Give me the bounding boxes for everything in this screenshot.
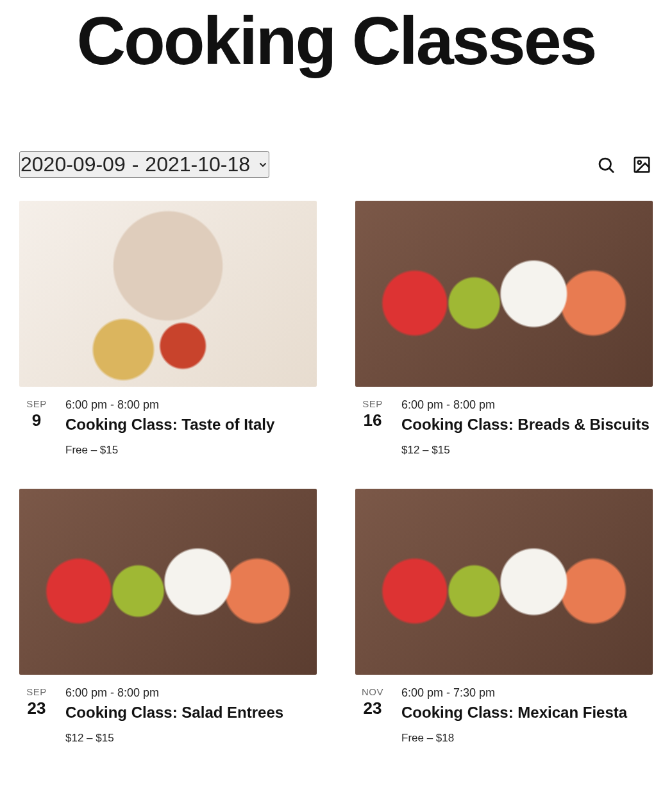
event-day: 16 [355,410,390,430]
event-time: 6:00 pm - 7:30 pm [401,686,653,700]
event-price: $12 – $15 [65,732,317,745]
event-month: SEP [355,398,390,409]
filter-bar: 2020-09-09 - 2021-10-18 [19,151,653,178]
event-body: SEP236:00 pm - 8:00 pmCooking Class: Sal… [19,675,317,745]
search-icon [596,155,616,174]
event-time: 6:00 pm - 8:00 pm [401,398,653,412]
filter-actions [595,154,653,176]
event-body: SEP166:00 pm - 8:00 pmCooking Class: Bre… [355,387,653,457]
date-range-picker[interactable]: 2020-09-09 - 2021-10-18 [19,151,269,178]
event-date-column: NOV23 [355,686,390,745]
event-card: SEP96:00 pm - 8:00 pmCooking Class: Tast… [19,201,317,457]
date-range-end: 2021-10-18 [145,153,250,176]
event-image[interactable] [19,201,317,387]
event-price: Free – $18 [401,732,653,745]
date-range-start: 2020-09-09 [21,153,126,176]
event-image[interactable] [355,201,653,387]
search-button[interactable] [595,154,617,176]
event-card: SEP236:00 pm - 8:00 pmCooking Class: Sal… [19,489,317,745]
event-month: SEP [19,686,54,697]
event-card: NOV236:00 pm - 7:30 pmCooking Class: Mex… [355,489,653,745]
event-date-column: SEP16 [355,398,390,457]
event-title[interactable]: Cooking Class: Salad Entrees [65,704,317,722]
event-price: Free – $15 [65,444,317,457]
event-time: 6:00 pm - 8:00 pm [65,398,317,412]
event-price: $12 – $15 [401,444,653,457]
event-month: SEP [19,398,54,409]
event-day: 9 [19,410,54,430]
event-date-column: SEP9 [19,398,54,457]
event-day: 23 [19,698,54,718]
svg-line-1 [609,168,613,172]
event-info: 6:00 pm - 7:30 pmCooking Class: Mexican … [401,686,653,745]
event-body: NOV236:00 pm - 7:30 pmCooking Class: Mex… [355,675,653,745]
event-title[interactable]: Cooking Class: Mexican Fiesta [401,704,653,722]
svg-point-3 [638,160,641,164]
event-card: SEP166:00 pm - 8:00 pmCooking Class: Bre… [355,201,653,457]
event-month: NOV [355,686,390,697]
event-date-column: SEP23 [19,686,54,745]
events-grid: SEP96:00 pm - 8:00 pmCooking Class: Tast… [19,201,653,745]
event-image[interactable] [355,489,653,675]
date-range-separator: - [132,153,139,176]
event-day: 23 [355,698,390,718]
event-body: SEP96:00 pm - 8:00 pmCooking Class: Tast… [19,387,317,457]
event-info: 6:00 pm - 8:00 pmCooking Class: Salad En… [65,686,317,745]
event-info: 6:00 pm - 8:00 pmCooking Class: Taste of… [65,398,317,457]
event-image[interactable] [19,489,317,675]
event-title[interactable]: Cooking Class: Breads & Biscuits [401,416,653,434]
view-toggle-button[interactable] [631,154,653,176]
event-title[interactable]: Cooking Class: Taste of Italy [65,416,317,434]
image-icon [632,155,651,174]
page-title: Cooking Classes [19,6,653,74]
event-info: 6:00 pm - 8:00 pmCooking Class: Breads &… [401,398,653,457]
event-time: 6:00 pm - 8:00 pm [65,686,317,700]
chevron-down-icon [258,160,268,170]
